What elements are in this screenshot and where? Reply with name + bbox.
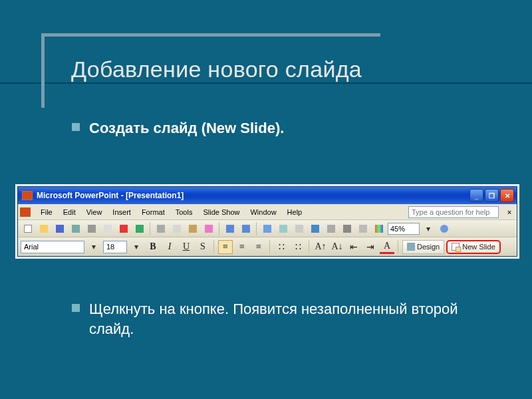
- design-icon: [407, 243, 415, 251]
- toolbar-separator: [398, 240, 399, 253]
- bullet-2-text: Щелкнуть на кнопке. Появится незаполненн…: [89, 299, 472, 338]
- format-painter-button[interactable]: [201, 221, 216, 235]
- align-left-button[interactable]: ≡: [218, 240, 233, 254]
- design-label: Design: [417, 243, 440, 251]
- menu-bar: File Edit View Insert Format Tools Slide…: [18, 204, 517, 220]
- increase-font-button[interactable]: A↑: [313, 240, 328, 254]
- help-button[interactable]: [437, 221, 452, 235]
- toolbar-separator: [213, 240, 215, 253]
- zoom-input[interactable]: 45%: [388, 223, 420, 235]
- permission-button[interactable]: [68, 221, 83, 235]
- menu-format[interactable]: Format: [137, 207, 170, 217]
- close-button[interactable]: ✕: [500, 189, 514, 202]
- numbered-list-button[interactable]: ∷: [274, 240, 289, 254]
- standard-toolbar: 45% ▾: [18, 220, 517, 237]
- bullet-1-text: Создать слайд (New Slide).: [89, 118, 284, 138]
- print-button[interactable]: [84, 221, 99, 235]
- paste-button[interactable]: [186, 221, 200, 235]
- bullet-item-2: Щелкнуть на кнопке. Появится незаполненн…: [72, 299, 472, 338]
- maximize-button[interactable]: ❐: [485, 189, 499, 202]
- zoom-dropdown-icon[interactable]: ▾: [421, 221, 436, 235]
- help-search-input[interactable]: [408, 206, 499, 218]
- window-titlebar: Microsoft PowerPoint - [Presentation1] _…: [18, 187, 517, 204]
- copy-button[interactable]: [170, 221, 184, 235]
- powerpoint-window: Microsoft PowerPoint - [Presentation1] _…: [17, 186, 517, 257]
- spelling-button[interactable]: [116, 221, 131, 235]
- redo-button[interactable]: [239, 221, 253, 235]
- save-button[interactable]: [53, 221, 67, 235]
- new-slide-button[interactable]: New Slide: [446, 240, 501, 254]
- show-formatting-button[interactable]: [340, 221, 354, 235]
- decrease-indent-button[interactable]: ⇤: [346, 240, 361, 254]
- font-color-button[interactable]: A: [380, 240, 394, 254]
- open-button[interactable]: [37, 221, 51, 235]
- formatting-toolbar: Arial ▾ 18 ▾ B I U S ≡ ≡ ≡ ∷ ∷ A↑ A↓ ⇤ ⇥…: [18, 237, 517, 256]
- menu-help[interactable]: Help: [283, 207, 307, 217]
- shadow-button[interactable]: S: [196, 240, 210, 254]
- title-frame: Добавление нового слайда: [41, 33, 380, 108]
- font-size-input[interactable]: 18: [103, 241, 127, 253]
- slide-title: Добавление нового слайда: [71, 57, 362, 82]
- insert-chart-button[interactable]: [260, 221, 275, 235]
- align-center-button[interactable]: ≡: [235, 240, 249, 254]
- bulleted-list-button[interactable]: ∷: [291, 240, 305, 254]
- research-button[interactable]: [132, 221, 147, 235]
- new-slide-label: New Slide: [462, 243, 495, 251]
- menu-window[interactable]: Window: [245, 207, 281, 217]
- tables-borders-button[interactable]: [292, 221, 307, 235]
- new-doc-button[interactable]: [21, 221, 35, 235]
- expand-all-button[interactable]: [324, 221, 338, 235]
- toolbar-separator: [219, 222, 220, 235]
- app-icon: [22, 191, 33, 200]
- minimize-button[interactable]: _: [469, 189, 483, 202]
- bold-button[interactable]: B: [146, 240, 160, 254]
- window-buttons: _ ❐ ✕: [469, 189, 514, 202]
- toolbar-separator: [150, 222, 151, 235]
- underline-button[interactable]: U: [179, 240, 194, 254]
- insert-table-button[interactable]: [276, 221, 291, 235]
- bullet-marker-icon: [72, 123, 80, 131]
- menu-slideshow[interactable]: Slide Show: [198, 207, 244, 217]
- toolbar-separator: [309, 240, 310, 253]
- italic-button[interactable]: I: [162, 240, 177, 254]
- size-dropdown-icon[interactable]: ▾: [129, 240, 144, 254]
- bullet-marker-icon: [72, 304, 80, 312]
- new-slide-icon: [452, 243, 460, 251]
- font-dropdown-icon[interactable]: ▾: [86, 240, 101, 254]
- document-icon: [20, 207, 31, 217]
- decrease-font-button[interactable]: A↓: [330, 240, 344, 254]
- menu-file[interactable]: File: [36, 207, 57, 217]
- close-document-button[interactable]: ×: [504, 207, 515, 217]
- color-button[interactable]: [372, 221, 386, 235]
- align-right-button[interactable]: ≡: [251, 240, 266, 254]
- insert-hyperlink-button[interactable]: [308, 221, 323, 235]
- menu-view[interactable]: View: [82, 207, 107, 217]
- undo-button[interactable]: [223, 221, 237, 235]
- increase-indent-button[interactable]: ⇥: [363, 240, 378, 254]
- cut-button[interactable]: [154, 221, 168, 235]
- menu-insert[interactable]: Insert: [108, 207, 136, 217]
- toolbar-separator: [256, 222, 257, 235]
- menu-edit[interactable]: Edit: [59, 207, 80, 217]
- window-title: Microsoft PowerPoint - [Presentation1]: [37, 191, 469, 200]
- bullet-item-1: Создать слайд (New Slide).: [72, 118, 284, 138]
- show-grid-button[interactable]: [356, 221, 370, 235]
- print-preview-button[interactable]: [100, 221, 115, 235]
- menu-tools[interactable]: Tools: [171, 207, 198, 217]
- design-button[interactable]: Design: [402, 240, 444, 254]
- font-name-input[interactable]: Arial: [21, 241, 84, 253]
- toolbar-separator: [269, 240, 271, 253]
